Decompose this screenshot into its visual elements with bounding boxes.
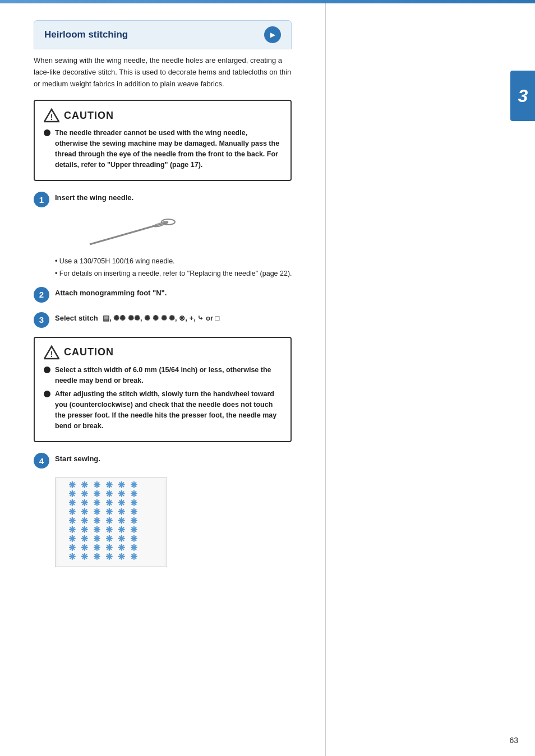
step-4: 4 Start sewing.: [34, 452, 303, 469]
stitch-symbols: ▤, ✺✺ ✺✺, ✺ ✺ ✺ ✺, ⊗, +, ⤷ or □: [103, 314, 219, 322]
svg-text:✳: ✳: [131, 507, 137, 516]
svg-text:✳: ✳: [81, 543, 88, 552]
step-text-4: Start sewing.: [55, 452, 100, 463]
chapter-number: 3: [518, 86, 528, 106]
caution-title-2: CAUTION: [64, 346, 114, 358]
svg-text:✳: ✳: [94, 552, 100, 561]
caution-content-2: Select a stitch width of 6.0 mm (15/64 i…: [44, 365, 282, 432]
caution-text-2-1: Select a stitch width of 6.0 mm (15/64 i…: [55, 365, 282, 386]
svg-text:✳: ✳: [131, 516, 137, 525]
step-number-3: 3: [34, 312, 49, 328]
page-container: Heirloom stitching When sewing with the …: [0, 3, 535, 756]
svg-text:✳: ✳: [69, 489, 76, 498]
svg-text:✳: ✳: [94, 534, 100, 543]
svg-text:✳: ✳: [69, 534, 76, 543]
svg-text:✳: ✳: [69, 480, 76, 489]
svg-text:✳: ✳: [131, 534, 137, 543]
caution-content-1: The needle threader cannot be used with …: [44, 128, 282, 170]
svg-text:✳: ✳: [106, 507, 113, 516]
caution-item-1: The needle threader cannot be used with …: [44, 128, 282, 170]
svg-text:✳: ✳: [69, 525, 76, 534]
svg-text:!: !: [50, 350, 53, 359]
caution-item-2-2: After adjusting the stitch width, slowly…: [44, 389, 282, 431]
svg-text:✳: ✳: [69, 507, 76, 516]
caution-header-1: ! CAUTION: [44, 108, 282, 123]
step-text-1: Insert the wing needle.: [55, 191, 133, 202]
caution-box-2: ! CAUTION Select a stitch width of 6.0 m…: [34, 337, 292, 443]
main-content: Heirloom stitching When sewing with the …: [0, 3, 325, 756]
svg-text:✳: ✳: [94, 498, 100, 507]
svg-text:✳: ✳: [106, 498, 113, 507]
svg-text:✳: ✳: [118, 480, 125, 489]
svg-text:!: !: [50, 113, 53, 122]
step-text-2: Attach monogramming foot "N".: [55, 286, 167, 297]
svg-text:✳: ✳: [81, 552, 88, 561]
svg-text:✳: ✳: [118, 516, 125, 525]
svg-text:✳: ✳: [94, 507, 100, 516]
right-sidebar: 3: [325, 3, 535, 756]
svg-text:✳: ✳: [106, 489, 113, 498]
page-number: 63: [509, 736, 518, 745]
caution-item-2-1: Select a stitch width of 6.0 mm (15/64 i…: [44, 365, 282, 386]
svg-text:✳: ✳: [94, 543, 100, 552]
caution-icon-2: !: [44, 345, 59, 360]
svg-text:✳: ✳: [69, 498, 76, 507]
embroidery-result: ✳ ✳ ✳ ✳ ✳ ✳ ✳ ✳ ✳ ✳ ✳ ✳ ✳ ✳ ✳: [55, 477, 167, 567]
step-number-1: 1: [34, 192, 49, 207]
svg-text:✳: ✳: [81, 489, 88, 498]
svg-text:✳: ✳: [131, 552, 137, 561]
svg-text:✳: ✳: [81, 507, 88, 516]
svg-text:✳: ✳: [94, 525, 100, 534]
svg-text:✳: ✳: [118, 498, 125, 507]
step-number-2: 2: [34, 287, 49, 303]
caution-bullet-2-2: [44, 391, 50, 397]
svg-text:✳: ✳: [81, 534, 88, 543]
section-icon: [264, 26, 281, 43]
svg-text:✳: ✳: [94, 480, 100, 489]
caution-header-2: ! CAUTION: [44, 345, 282, 360]
bullet-1-2: For details on inserting a needle, refer…: [55, 268, 303, 280]
svg-text:✳: ✳: [106, 534, 113, 543]
svg-text:✳: ✳: [94, 516, 100, 525]
svg-text:✳: ✳: [131, 480, 137, 489]
caution-bullet-2-1: [44, 367, 50, 373]
svg-text:✳: ✳: [131, 525, 137, 534]
step-1: 1 Insert the wing needle.: [34, 191, 303, 207]
svg-text:✳: ✳: [94, 489, 100, 498]
svg-text:✳: ✳: [81, 516, 88, 525]
caution-bullet-1: [44, 129, 50, 136]
svg-text:✳: ✳: [106, 552, 113, 561]
svg-text:✳: ✳: [118, 552, 125, 561]
svg-text:✳: ✳: [118, 543, 125, 552]
step-text-3: Select stitch ▤, ✺✺ ✺✺, ✺ ✺ ✺ ✺, ⊗, +, ⤷…: [55, 312, 219, 322]
caution-box-1: ! CAUTION The needle threader cannot be …: [34, 100, 292, 181]
svg-text:✳: ✳: [106, 516, 113, 525]
svg-text:✳: ✳: [131, 543, 137, 552]
step-3: 3 Select stitch ▤, ✺✺ ✺✺, ✺ ✺ ✺ ✺, ⊗, +,…: [34, 312, 303, 328]
needle-illustration: [79, 216, 179, 250]
svg-text:✳: ✳: [81, 525, 88, 534]
svg-text:✳: ✳: [69, 516, 76, 525]
svg-text:✳: ✳: [131, 489, 137, 498]
caution-title-1: CAUTION: [64, 110, 114, 122]
svg-text:✳: ✳: [118, 507, 125, 516]
svg-text:✳: ✳: [106, 525, 113, 534]
section-title: Heirloom stitching: [44, 29, 128, 40]
chapter-tab: 3: [510, 71, 535, 121]
step-2: 2 Attach monogramming foot "N".: [34, 286, 303, 303]
svg-text:✳: ✳: [69, 543, 76, 552]
bullet-1-1: Use a 130/705H 100/16 wing needle.: [55, 256, 303, 267]
svg-text:✳: ✳: [69, 552, 76, 561]
svg-text:✳: ✳: [131, 498, 137, 507]
svg-text:✳: ✳: [106, 480, 113, 489]
svg-text:✳: ✳: [106, 543, 113, 552]
step-number-4: 4: [34, 453, 49, 469]
intro-text: When sewing with the wing needle, the ne…: [34, 55, 292, 90]
section-title-box: Heirloom stitching: [34, 20, 292, 49]
caution-icon-1: !: [44, 108, 59, 123]
step-1-bullets: Use a 130/705H 100/16 wing needle. For d…: [55, 256, 303, 280]
caution-text-2-2: After adjusting the stitch width, slowly…: [55, 389, 282, 431]
svg-text:✳: ✳: [118, 525, 125, 534]
svg-text:✳: ✳: [118, 489, 125, 498]
caution-text-1: The needle threader cannot be used with …: [55, 128, 282, 170]
